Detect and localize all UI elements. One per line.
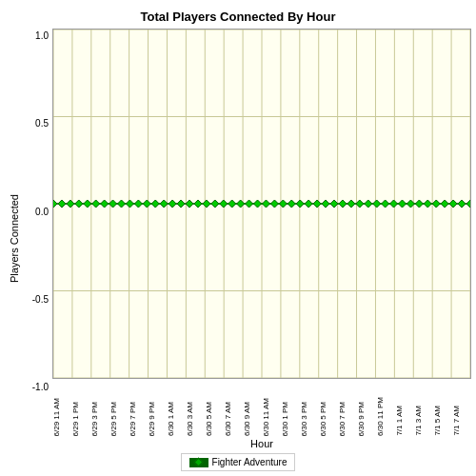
svg-marker-56 xyxy=(288,200,295,208)
x-tick: 7/1 1 AM xyxy=(395,406,404,436)
svg-marker-69 xyxy=(398,200,406,208)
svg-marker-42 xyxy=(169,200,176,208)
legend-icon-diamond xyxy=(194,458,204,467)
svg-marker-48 xyxy=(220,200,228,208)
svg-marker-60 xyxy=(322,200,329,208)
x-tick: 6/29 9 PM xyxy=(148,402,156,436)
legend-label: Fighter Adventure xyxy=(212,457,288,467)
svg-marker-61 xyxy=(330,200,338,208)
svg-marker-67 xyxy=(382,200,389,208)
x-tick: 7/1 3 AM xyxy=(414,406,423,436)
x-tick: 6/30 3 AM xyxy=(186,402,194,436)
svg-marker-52 xyxy=(254,200,262,208)
legend-icon xyxy=(189,458,208,467)
chart-title: Total Players Connected By Hour xyxy=(141,10,336,24)
legend: Fighter Adventure xyxy=(181,453,296,471)
x-tick: 6/29 11 AM xyxy=(52,398,61,436)
svg-marker-29 xyxy=(58,200,66,208)
y-tick: 0.5 xyxy=(35,118,49,129)
svg-marker-43 xyxy=(177,200,185,208)
svg-marker-76 xyxy=(458,200,466,208)
y-tick: 1.0 xyxy=(35,30,49,41)
plot-area xyxy=(52,29,471,379)
x-axis: 6/29 11 AM6/29 1 PM6/29 3 PM6/29 5 PM6/2… xyxy=(52,379,471,436)
x-tick: 6/30 9 PM xyxy=(357,402,366,436)
svg-marker-57 xyxy=(296,200,304,208)
x-tick: 6/30 5 AM xyxy=(205,402,213,436)
svg-marker-62 xyxy=(339,200,347,208)
x-tick: 6/30 5 PM xyxy=(319,402,327,436)
svg-marker-53 xyxy=(262,200,269,208)
svg-marker-31 xyxy=(75,200,83,208)
x-tick: 7/1 5 AM xyxy=(433,406,442,436)
x-tick: 6/29 5 PM xyxy=(109,402,118,436)
y-axis: 1.00.50.0-0.5-1.0 xyxy=(22,29,52,449)
svg-marker-58 xyxy=(305,200,312,208)
y-tick: -1.0 xyxy=(32,382,49,392)
y-tick: -0.5 xyxy=(32,294,49,305)
y-tick: 0.0 xyxy=(35,207,49,217)
x-tick: 6/29 3 PM xyxy=(90,402,99,436)
svg-marker-71 xyxy=(415,200,423,208)
svg-marker-45 xyxy=(194,200,202,208)
x-tick: 7/1 7 AM xyxy=(452,406,461,436)
svg-marker-39 xyxy=(143,200,150,208)
svg-marker-28 xyxy=(53,200,57,208)
svg-marker-40 xyxy=(151,200,159,208)
svg-marker-66 xyxy=(373,200,381,208)
x-tick: 6/30 9 AM xyxy=(243,402,251,436)
svg-marker-44 xyxy=(186,200,193,208)
svg-marker-49 xyxy=(228,200,236,208)
svg-marker-63 xyxy=(347,200,355,208)
svg-marker-73 xyxy=(432,200,440,208)
svg-marker-36 xyxy=(118,200,126,208)
y-axis-label: Players Connected xyxy=(5,29,22,449)
x-tick: 6/30 7 PM xyxy=(338,402,347,436)
svg-marker-30 xyxy=(67,200,74,208)
x-tick: 6/30 1 AM xyxy=(167,402,175,436)
x-tick: 6/30 3 PM xyxy=(300,402,308,436)
plot-and-x: 6/29 11 AM6/29 1 PM6/29 3 PM6/29 5 PM6/2… xyxy=(52,29,471,449)
svg-marker-51 xyxy=(246,200,253,208)
x-tick: 6/30 11 AM xyxy=(262,398,270,436)
chart-area: Players Connected 1.00.50.0-0.5-1.0 6/29… xyxy=(5,29,471,449)
svg-marker-75 xyxy=(449,200,457,208)
svg-marker-59 xyxy=(313,200,321,208)
svg-marker-47 xyxy=(211,200,219,208)
svg-marker-37 xyxy=(126,200,133,208)
svg-marker-68 xyxy=(390,200,398,208)
x-tick: 6/29 1 PM xyxy=(71,402,80,436)
svg-marker-38 xyxy=(134,200,142,208)
chart-svg xyxy=(53,30,470,378)
svg-marker-77 xyxy=(466,200,470,208)
svg-marker-72 xyxy=(424,200,431,208)
svg-marker-46 xyxy=(203,200,210,208)
x-axis-label: Hour xyxy=(52,436,471,449)
svg-marker-34 xyxy=(101,200,109,208)
x-tick: 6/30 11 PM xyxy=(376,397,385,436)
x-tick: 6/30 7 AM xyxy=(224,402,232,436)
svg-marker-32 xyxy=(84,200,91,208)
svg-marker-54 xyxy=(270,200,278,208)
x-tick: 6/30 1 PM xyxy=(281,402,289,436)
svg-marker-33 xyxy=(92,200,100,208)
svg-marker-74 xyxy=(441,200,448,208)
svg-marker-65 xyxy=(365,200,372,208)
chart-container: Total Players Connected By Hour Players … xyxy=(0,0,476,476)
x-tick: 6/29 7 PM xyxy=(129,402,137,436)
x-tick-container: 6/29 11 AM6/29 1 PM6/29 3 PM6/29 5 PM6/2… xyxy=(52,379,471,436)
